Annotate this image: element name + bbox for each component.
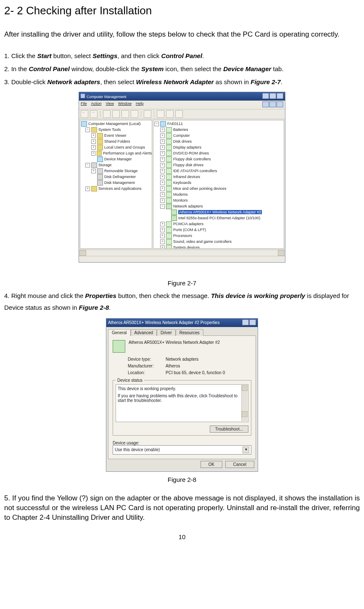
tree-node-device-manager[interactable]: Device Manager xyxy=(104,157,132,161)
expand-icon[interactable]: + xyxy=(160,145,165,150)
toolbar-button[interactable] xyxy=(103,110,111,118)
tree-node[interactable]: PCMCIA adapters xyxy=(173,222,203,226)
tree-node[interactable]: Modems xyxy=(173,192,188,197)
tree-node[interactable]: System Tools xyxy=(98,128,121,132)
toolbar-button[interactable] xyxy=(131,110,138,118)
expand-icon[interactable]: + xyxy=(160,228,165,232)
tree-node[interactable]: Storage xyxy=(98,163,112,167)
expand-icon[interactable]: + xyxy=(160,239,165,244)
minimize-button[interactable] xyxy=(262,93,269,99)
expand-icon[interactable]: + xyxy=(160,222,165,226)
scrollbar-vertical[interactable] xyxy=(241,385,248,421)
expand-icon[interactable]: + xyxy=(160,186,165,191)
close-button[interactable] xyxy=(277,93,283,99)
tab-driver[interactable]: Driver xyxy=(157,329,176,336)
toolbar-button[interactable] xyxy=(121,110,129,118)
menu-help[interactable]: Help xyxy=(136,101,144,108)
chevron-down-icon[interactable]: ▾ xyxy=(243,447,249,453)
tree-node-selected-wireless-adapter[interactable]: Atheros AR5001X+ Wireless Network Adapte… xyxy=(178,210,262,214)
tree-node[interactable]: Disk drives xyxy=(173,139,192,144)
expand-icon[interactable]: + xyxy=(160,198,165,203)
maximize-button[interactable] xyxy=(269,93,276,99)
scroll-up-icon[interactable] xyxy=(242,385,248,391)
collapse-icon[interactable]: − xyxy=(154,122,159,126)
scroll-down-icon[interactable] xyxy=(242,411,248,417)
toolbar-button[interactable] xyxy=(175,110,183,118)
expand-icon[interactable]: + xyxy=(160,234,165,238)
expand-icon[interactable]: + xyxy=(160,139,165,144)
tree-node[interactable]: Mice and other pointing devices xyxy=(173,186,227,191)
scroll-right-icon[interactable] xyxy=(278,250,285,256)
tree-node[interactable]: Disk Defragmenter xyxy=(104,175,136,179)
tree-node[interactable]: IDE ATA/ATAPI controllers xyxy=(173,169,217,173)
tree-node[interactable]: Local Users and Groups xyxy=(104,145,145,149)
cancel-button[interactable]: Cancel xyxy=(225,461,254,468)
expand-icon[interactable]: + xyxy=(160,169,165,173)
scrollbar-horizontal[interactable] xyxy=(79,250,285,256)
back-button[interactable] xyxy=(81,110,88,118)
tree-node[interactable]: Batteries xyxy=(173,128,188,132)
expand-icon[interactable]: + xyxy=(160,181,165,185)
device-usage-combo[interactable]: Use this device (enable) ▾ xyxy=(113,445,251,455)
ok-button[interactable]: OK xyxy=(200,461,222,468)
tree-node[interactable]: Floppy disk drives xyxy=(173,163,203,167)
expand-icon[interactable]: + xyxy=(160,192,165,197)
expand-icon[interactable]: + xyxy=(91,151,95,156)
toolbar-button[interactable] xyxy=(144,110,151,118)
tree-node[interactable]: FAE0111 xyxy=(167,122,183,126)
collapse-icon[interactable]: − xyxy=(160,204,165,209)
tree-node[interactable]: Monitors xyxy=(173,198,188,202)
mdi-restore-button[interactable] xyxy=(269,101,276,107)
right-tree[interactable]: −FAE0111 +Batteries +Computer +Disk driv… xyxy=(153,120,284,249)
tab-advanced[interactable]: Advanced xyxy=(131,329,157,336)
tab-general[interactable]: General xyxy=(108,329,131,336)
tree-node[interactable]: Floppy disk controllers xyxy=(173,157,211,161)
tree-node[interactable]: System devices xyxy=(173,245,200,249)
tree-node[interactable]: Intel 8255x-based PCI Ethernet Adapter (… xyxy=(178,216,260,220)
expand-icon[interactable]: + xyxy=(91,133,96,138)
expand-icon[interactable]: + xyxy=(160,151,165,156)
expand-icon[interactable]: + xyxy=(160,245,165,249)
tree-node[interactable]: Shared Folders xyxy=(104,139,130,144)
tree-node[interactable]: Performance Logs and Alerts xyxy=(103,151,152,155)
menu-file[interactable]: File xyxy=(81,101,87,108)
tree-node[interactable]: Disk Management xyxy=(104,181,135,185)
tree-node[interactable]: Event Viewer xyxy=(104,133,127,138)
expand-icon[interactable]: + xyxy=(160,163,165,168)
tree-node[interactable]: Services and Applications xyxy=(98,186,142,191)
menu-view[interactable]: View xyxy=(106,101,114,108)
device-status-textbox[interactable]: This device is working properly. If you … xyxy=(116,384,248,422)
help-button[interactable] xyxy=(242,319,249,325)
expand-icon[interactable]: + xyxy=(160,133,165,138)
tree-node[interactable]: Sound, video and game controllers xyxy=(173,239,232,244)
expand-icon[interactable]: + xyxy=(91,145,96,150)
tree-node[interactable]: Infrared devices xyxy=(173,175,200,179)
troubleshoot-button[interactable]: Troubleshoot... xyxy=(210,426,248,433)
toolbar-button[interactable] xyxy=(112,110,120,118)
tree-node[interactable]: Computer xyxy=(173,133,190,138)
toolbar-button[interactable] xyxy=(166,110,174,118)
expand-icon[interactable]: + xyxy=(160,175,165,179)
collapse-icon[interactable]: − xyxy=(85,163,90,168)
tab-resources[interactable]: Resources xyxy=(176,329,203,336)
left-tree[interactable]: Computer Management (Local) −System Tool… xyxy=(80,120,152,249)
tree-node[interactable]: Ports (COM & LPT) xyxy=(173,228,206,232)
toolbar-button[interactable] xyxy=(157,110,164,118)
expand-icon[interactable]: + xyxy=(91,169,96,173)
scroll-left-icon[interactable] xyxy=(79,250,86,256)
expand-icon[interactable]: + xyxy=(160,128,165,132)
tree-node[interactable]: Keyboards xyxy=(173,181,191,185)
menu-action[interactable]: Action xyxy=(91,101,102,108)
expand-icon[interactable]: + xyxy=(85,186,90,191)
tree-node[interactable]: Processors xyxy=(173,234,192,238)
tree-node[interactable]: Display adapters xyxy=(173,145,201,149)
tree-node[interactable]: DVD/CD-ROM drives xyxy=(173,151,209,155)
menu-window[interactable]: Window xyxy=(118,101,132,108)
close-button[interactable] xyxy=(249,319,256,325)
tree-node[interactable]: Removable Storage xyxy=(104,169,138,173)
collapse-icon[interactable]: − xyxy=(85,128,90,132)
expand-icon[interactable]: + xyxy=(160,157,165,162)
tree-node[interactable]: Computer Management (Local) xyxy=(88,122,141,126)
tree-node-network-adapters[interactable]: Network adapters xyxy=(173,204,203,208)
forward-button[interactable] xyxy=(90,110,98,118)
